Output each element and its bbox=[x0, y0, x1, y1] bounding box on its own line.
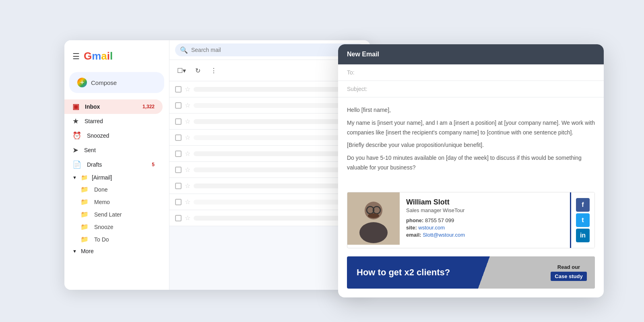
sidebar-item-snooze[interactable]: 📁 Snooze bbox=[64, 221, 169, 233]
search-input[interactable] bbox=[175, 43, 365, 56]
compose-body: Hello [first name], My name is [insert y… bbox=[338, 97, 604, 184]
compose-subject-label: Subject: bbox=[347, 86, 367, 92]
email-checkbox[interactable] bbox=[175, 86, 182, 93]
sig-email: email: Slott@wstour.com bbox=[406, 232, 564, 238]
email-checkbox[interactable] bbox=[175, 102, 182, 109]
sidebar-item-sent[interactable]: ➤ Sent bbox=[64, 143, 163, 157]
inbox-badge: 1,322 bbox=[142, 104, 155, 109]
body-intro: My name is [insert your name], and I am … bbox=[347, 118, 595, 138]
sig-site-link[interactable]: wstour.com bbox=[418, 225, 445, 231]
body-greeting: Hello [first name], bbox=[347, 105, 595, 115]
star-icon[interactable]: ☆ bbox=[185, 214, 190, 222]
todo-label: To Do bbox=[94, 236, 109, 243]
memo-icon: 📁 bbox=[80, 198, 89, 206]
sidebar-item-todo[interactable]: 📁 To Do bbox=[64, 233, 169, 246]
compose-button[interactable]: + Compose bbox=[69, 72, 164, 93]
sidebar-item-inbox[interactable]: ▣ Inbox 1,322 bbox=[64, 99, 163, 114]
person-avatar-icon bbox=[347, 192, 400, 245]
email-checkbox[interactable] bbox=[175, 199, 182, 205]
airmail-chevron-icon: ▼ bbox=[72, 175, 77, 180]
snoozed-label: Snoozed bbox=[87, 132, 109, 139]
email-checkbox[interactable] bbox=[175, 183, 182, 189]
star-icon[interactable]: ☆ bbox=[185, 118, 190, 125]
sidebar: ☰ Gmail + Compose ▣ Inbox 1,322 bbox=[64, 40, 169, 290]
email-checkbox[interactable] bbox=[175, 215, 182, 221]
sig-name: William Slott bbox=[406, 198, 564, 206]
search-icon: 🔍 bbox=[180, 46, 188, 54]
linkedin-button[interactable]: in bbox=[576, 229, 590, 242]
drafts-badge: 5 bbox=[152, 162, 155, 167]
sent-label: Sent bbox=[84, 147, 96, 153]
gmail-m-icon: Gmail bbox=[84, 50, 113, 62]
email-checkbox[interactable] bbox=[175, 167, 182, 173]
more-label: More bbox=[81, 248, 94, 254]
signature-photo bbox=[347, 192, 400, 245]
compose-window-title: New Email bbox=[347, 51, 379, 58]
facebook-button[interactable]: f bbox=[576, 198, 590, 212]
banner-headline: How to get x2 clients? bbox=[357, 267, 450, 277]
sig-email-link[interactable]: Slott@wstour.com bbox=[423, 232, 465, 238]
compose-subject-field[interactable]: Subject: bbox=[338, 81, 604, 97]
twitter-button[interactable]: t bbox=[576, 213, 590, 227]
sig-phone-label: phone: bbox=[406, 217, 423, 223]
done-label: Done bbox=[94, 186, 107, 193]
drafts-icon: 📄 bbox=[72, 160, 81, 169]
sidebar-item-snoozed[interactable]: ⏰ Snoozed bbox=[64, 128, 163, 143]
star-icon[interactable]: ☆ bbox=[185, 182, 190, 190]
sidebar-header: ☰ Gmail bbox=[64, 47, 169, 70]
sig-phone-value: 8755 57 099 bbox=[425, 217, 454, 223]
compose-label: Compose bbox=[91, 79, 117, 86]
body-cta: Do you have 5-10 minutes available on [d… bbox=[347, 153, 595, 173]
email-checkbox[interactable] bbox=[175, 134, 182, 141]
inbox-icon: ▣ bbox=[72, 102, 79, 111]
sent-icon: ➤ bbox=[72, 146, 78, 155]
snoozed-icon: ⏰ bbox=[72, 131, 81, 140]
star-icon[interactable]: ☆ bbox=[185, 85, 190, 93]
banner-triangle-decoration bbox=[528, 256, 543, 289]
banner-cta[interactable]: Read our Case study bbox=[543, 256, 595, 289]
airmail-folder-icon: 📁 bbox=[81, 174, 88, 181]
email-checkbox[interactable] bbox=[175, 151, 182, 157]
snooze-icon: 📁 bbox=[80, 223, 89, 231]
sidebar-item-starred[interactable]: ★ Starred bbox=[64, 114, 163, 128]
compose-to-label: To: bbox=[347, 69, 355, 76]
star-icon[interactable]: ☆ bbox=[185, 166, 190, 173]
star-icon[interactable]: ☆ bbox=[185, 101, 190, 109]
signature-banner: How to get x2 clients? Read our Case stu… bbox=[347, 256, 595, 289]
signature-social: f t in bbox=[570, 192, 594, 248]
drafts-label: Drafts bbox=[87, 161, 102, 168]
sig-email-label: email: bbox=[406, 232, 421, 238]
airmail-section[interactable]: ▼ 📁 [Airmail] bbox=[64, 172, 169, 183]
sig-title: Sales manager WiseTour bbox=[406, 207, 564, 213]
refresh-icon[interactable]: ↻ bbox=[191, 64, 204, 77]
more-section[interactable]: ▼ More bbox=[64, 246, 169, 257]
compose-plus-icon: + bbox=[77, 78, 87, 87]
sig-phone: phone: 8755 57 099 bbox=[406, 217, 564, 223]
hamburger-icon[interactable]: ☰ bbox=[72, 52, 80, 61]
sidebar-item-send-later[interactable]: 📁 Send Later bbox=[64, 208, 169, 221]
svg-point-2 bbox=[359, 222, 388, 243]
select-all-icon[interactable]: ☐▾ bbox=[175, 64, 188, 77]
sidebar-item-drafts[interactable]: 📄 Drafts 5 bbox=[64, 157, 163, 172]
sidebar-item-memo[interactable]: 📁 Memo bbox=[64, 196, 169, 208]
star-icon[interactable]: ☆ bbox=[185, 150, 190, 157]
star-icon[interactable]: ☆ bbox=[185, 198, 190, 206]
star-icon[interactable]: ☆ bbox=[185, 134, 190, 141]
send-later-icon: 📁 bbox=[80, 211, 89, 218]
airmail-label: [Airmail] bbox=[92, 174, 112, 181]
email-checkbox[interactable] bbox=[175, 118, 182, 125]
email-signature: William Slott Sales manager WiseTour pho… bbox=[347, 192, 595, 248]
more-options-icon[interactable]: ⋮ bbox=[207, 64, 220, 77]
banner-cta-action: Case study bbox=[551, 272, 586, 281]
compose-to-field[interactable]: To: bbox=[338, 64, 604, 81]
banner-cta-read: Read our bbox=[557, 264, 580, 270]
svg-point-6 bbox=[368, 213, 379, 218]
sidebar-item-done[interactable]: 📁 Done bbox=[64, 183, 169, 196]
sig-site: site: wstour.com bbox=[406, 225, 564, 231]
todo-icon: 📁 bbox=[80, 235, 89, 243]
starred-icon: ★ bbox=[72, 117, 79, 126]
compose-window-header: New Email bbox=[338, 44, 604, 64]
gmail-logo: Gmail bbox=[84, 50, 113, 62]
inbox-label: Inbox bbox=[85, 103, 100, 110]
banner-text: How to get x2 clients? bbox=[347, 267, 543, 278]
